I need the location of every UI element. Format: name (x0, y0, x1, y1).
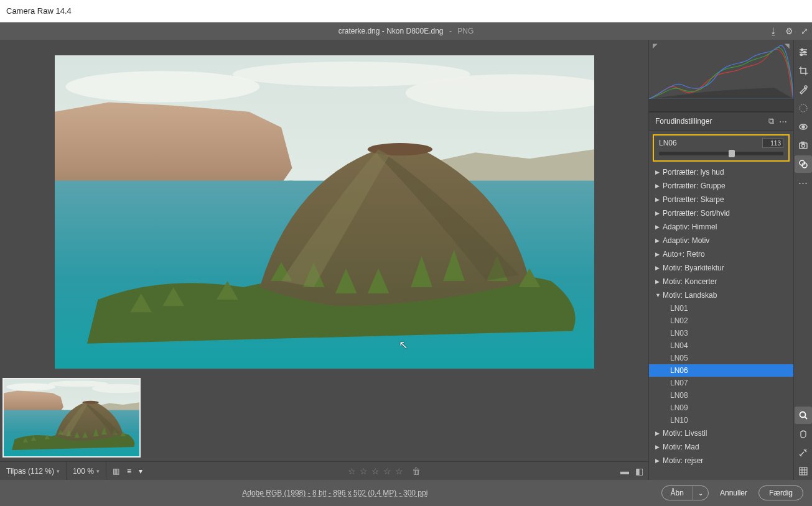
preset-group[interactable]: Motiv: Landskab (649, 288, 793, 302)
trash-icon[interactable]: 🗑 (412, 466, 421, 476)
slider-thumb[interactable] (729, 150, 735, 157)
crop-icon[interactable] (795, 62, 812, 80)
svg-point-13 (800, 104, 807, 112)
preset-group[interactable]: Motiv: Livsstil (649, 426, 793, 440)
preset-group[interactable]: Motiv: rejser (649, 454, 793, 467)
single-view-icon[interactable]: ▬ (620, 466, 629, 476)
filmstrip (0, 374, 648, 461)
star-icon[interactable]: ☆ (395, 466, 403, 476)
preset-group[interactable]: Portrætter: lys hud (649, 165, 793, 179)
preset-item[interactable]: LN09 (649, 402, 793, 414)
image-preview-area[interactable]: ↖ (0, 40, 648, 374)
preset-group-label: Motiv: Koncerter (663, 277, 717, 286)
sort-icon[interactable]: ≡ (127, 467, 131, 476)
zoom-fit-dropdown[interactable]: Tilpas (112 %) (0, 462, 67, 480)
healing-brush-icon[interactable] (795, 81, 812, 98)
preset-list[interactable]: Portrætter: lys hudPortrætter: GruppePor… (649, 165, 793, 480)
preset-group-label: Motiv: rejser (663, 456, 703, 465)
amount-slider[interactable] (659, 152, 783, 155)
star-icon[interactable]: ☆ (348, 466, 356, 476)
chevron-down-icon (655, 292, 663, 298)
preset-group-label: Portrætter: Skarpe (663, 195, 724, 204)
snapshots-icon[interactable] (795, 137, 812, 154)
preset-group[interactable]: Adaptiv: Himmel (649, 220, 793, 234)
preset-item[interactable]: LN05 (649, 352, 793, 364)
svg-rect-23 (800, 467, 807, 475)
preset-item[interactable]: LN04 (649, 339, 793, 352)
chevron-right-icon (655, 183, 663, 189)
grid-view-icon[interactable]: ▥ (113, 467, 119, 476)
settings-gear-icon[interactable]: ⚙ (785, 26, 793, 36)
highlight-clip-icon[interactable]: ◥ (785, 42, 790, 49)
preset-group[interactable]: Motiv: Byarkitektur (649, 261, 793, 275)
preset-amount-box: LN06 (653, 134, 790, 162)
amount-input[interactable] (762, 138, 783, 148)
preset-item[interactable]: LN06 (649, 364, 793, 377)
preset-item[interactable]: LN10 (649, 414, 793, 426)
shadow-clip-icon[interactable]: ◤ (653, 42, 658, 49)
more-tools-icon[interactable]: ⋯ (795, 174, 812, 191)
filter-funnel-icon[interactable]: ▾ (139, 467, 142, 476)
preset-item[interactable]: LN08 (649, 389, 793, 402)
preset-group-label: Adaptiv: Himmel (663, 223, 717, 231)
fullscreen-icon[interactable]: ⤢ (801, 26, 808, 36)
preset-group[interactable]: Adaptiv: Motiv (649, 234, 793, 247)
svg-point-15 (802, 126, 805, 128)
tool-rail: ⋯ (793, 40, 812, 480)
chevron-right-icon (655, 458, 663, 464)
preset-item[interactable]: LN03 (649, 327, 793, 339)
zoom-tool-icon[interactable] (795, 407, 812, 424)
star-icon[interactable]: ☆ (371, 466, 380, 476)
preset-group[interactable]: Motiv: Koncerter (649, 275, 793, 288)
cancel-button[interactable]: Annuller (715, 486, 752, 500)
redeye-icon[interactable] (795, 118, 812, 136)
compare-view-icon[interactable]: ◧ (635, 466, 643, 476)
preset-item[interactable]: LN07 (649, 377, 793, 389)
chevron-right-icon (655, 196, 663, 203)
svg-line-22 (805, 417, 807, 420)
filmstrip-thumb[interactable] (2, 378, 141, 458)
open-button[interactable]: Åbn ⌄ (661, 485, 709, 500)
grid-icon[interactable] (795, 462, 812, 480)
preset-group[interactable]: Portrætter: Skarpe (649, 193, 793, 206)
preset-item[interactable]: LN02 (649, 315, 793, 327)
zoom-100-dropdown[interactable]: 100 % (67, 462, 106, 480)
chevron-right-icon (655, 210, 663, 216)
preset-group-label: Portrætter: lys hud (663, 168, 724, 177)
open-dropdown-icon[interactable]: ⌄ (693, 487, 708, 499)
image-preview[interactable]: ↖ (55, 55, 594, 369)
document-header: craterke.dng - Nkon D800E.dng - PNG ⭳ ⚙ … (0, 22, 812, 40)
done-button[interactable]: Færdig (758, 485, 803, 500)
svg-point-9 (803, 52, 805, 53)
export-icon[interactable]: ⭳ (769, 26, 778, 36)
chevron-right-icon (655, 237, 663, 244)
preset-item[interactable]: LN01 (649, 302, 793, 315)
preset-group-label: Motiv: Landskab (663, 291, 717, 300)
sampler-icon[interactable] (795, 444, 812, 461)
rating-stars[interactable]: ☆ ☆ ☆ ☆ ☆ 🗑 (348, 466, 421, 476)
masking-icon[interactable] (795, 99, 812, 117)
star-icon[interactable]: ☆ (383, 466, 391, 476)
star-icon[interactable]: ☆ (360, 466, 368, 476)
workflow-options-link[interactable]: Adobe RGB (1998) - 8 bit - 896 x 502 (0.… (9, 489, 661, 497)
preset-group[interactable]: Auto+: Retro (649, 247, 793, 261)
chevron-right-icon (655, 251, 663, 257)
hand-tool-icon[interactable] (795, 425, 812, 443)
bottom-toolbar: Tilpas (112 %) 100 % ▥ ≡ ▾ ☆ ☆ ☆ ☆ ☆ 🗑 ▬… (0, 461, 648, 480)
create-preset-icon[interactable]: ⧉ (768, 116, 774, 126)
preset-group[interactable]: Portrætter: Sort/hvid (649, 206, 793, 220)
panel-title: Forudindstillinger (655, 117, 763, 126)
edit-sliders-icon[interactable] (795, 44, 812, 61)
presets-icon[interactable] (795, 155, 812, 173)
preset-group[interactable]: Motiv: Mad (649, 440, 793, 454)
svg-point-21 (800, 412, 805, 418)
window-title-bar: Camera Raw 14.4 (0, 0, 812, 22)
preset-group-label: Motiv: Livsstil (663, 429, 707, 438)
panel-menu-icon[interactable]: ⋯ (779, 117, 787, 126)
chevron-right-icon (655, 430, 663, 436)
chevron-right-icon (655, 444, 663, 450)
histogram[interactable]: ◤ ◥ (649, 40, 793, 99)
svg-point-7 (801, 49, 803, 51)
preset-group[interactable]: Portrætter: Gruppe (649, 179, 793, 193)
chevron-right-icon (655, 265, 663, 271)
